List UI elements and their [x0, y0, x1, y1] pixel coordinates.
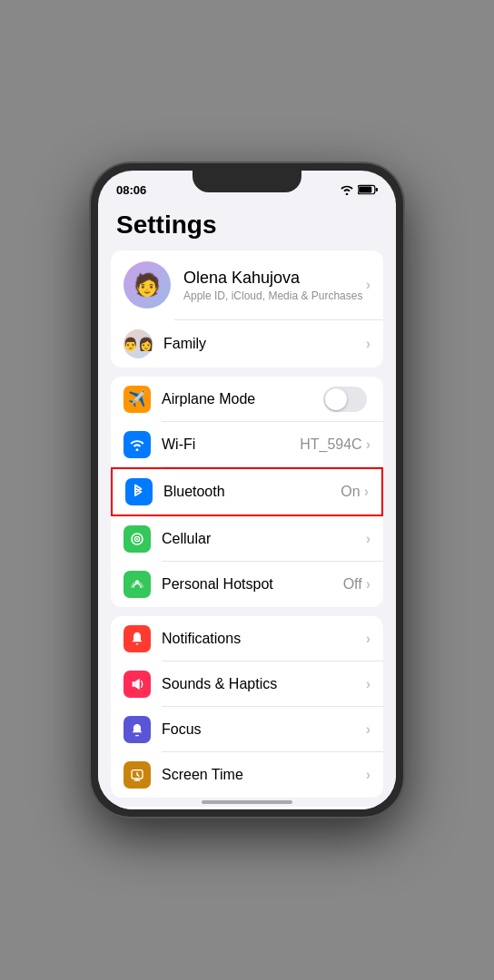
family-row[interactable]: 👨‍👩 Family › — [111, 320, 383, 368]
svg-rect-2 — [376, 188, 378, 191]
status-time: 08:06 — [116, 183, 146, 197]
screentime-row[interactable]: Screen Time › — [111, 752, 383, 798]
bluetooth-value: On — [341, 484, 360, 500]
bluetooth-label: Bluetooth — [163, 484, 341, 500]
wifi-value: HT_594C — [300, 436, 361, 453]
sounds-label: Sounds & Haptics — [162, 676, 366, 692]
bluetooth-highlight: Bluetooth On › — [111, 467, 383, 516]
screentime-chevron: › — [366, 767, 370, 783]
cellular-chevron: › — [366, 531, 370, 547]
profile-name: Olena Kahujova — [183, 269, 366, 288]
home-indicator — [202, 800, 292, 804]
svg-rect-9 — [135, 735, 139, 736]
phone-frame: 08:06 Settings — [91, 163, 403, 817]
hotspot-chevron: › — [366, 576, 370, 593]
profile-card: 🧑 Olena Kahujova Apple ID, iCloud, Media… — [111, 250, 383, 368]
screentime-icon — [124, 761, 151, 789]
notch — [193, 171, 301, 192]
family-icon: 👨‍👩 — [124, 329, 153, 358]
avatar: 🧑 — [124, 261, 171, 309]
notifications-label: Notifications — [162, 631, 366, 647]
notifications-group: Notifications › Sounds & Haptics › — [111, 616, 383, 798]
wifi-icon — [340, 184, 354, 195]
airplane-toggle[interactable] — [323, 387, 367, 412]
family-label: Family — [163, 336, 366, 352]
wifi-row[interactable]: Wi-Fi HT_594C › — [111, 422, 383, 467]
wifi-row-icon — [124, 431, 151, 458]
screen-content: Settings 🧑 Olena Kahujova Apple ID, iClo… — [98, 203, 396, 809]
battery-icon — [358, 184, 378, 195]
screentime-label: Screen Time — [162, 767, 366, 783]
hotspot-label: Personal Hotspot — [162, 576, 343, 593]
bluetooth-row[interactable]: Bluetooth On › — [113, 469, 381, 514]
svg-rect-1 — [359, 186, 371, 192]
hotspot-value: Off — [343, 576, 362, 593]
bluetooth-chevron: › — [364, 484, 369, 500]
wifi-chevron: › — [366, 436, 370, 453]
profile-row[interactable]: 🧑 Olena Kahujova Apple ID, iCloud, Media… — [111, 250, 383, 319]
hotspot-icon — [124, 571, 151, 598]
notifications-row[interactable]: Notifications › — [111, 616, 383, 662]
family-chevron: › — [366, 336, 370, 352]
status-icons — [340, 184, 378, 195]
airplane-icon: ✈️ — [124, 386, 151, 413]
sounds-chevron: › — [366, 676, 370, 692]
general-row[interactable]: General › — [111, 807, 383, 810]
airplane-label: Airplane Mode — [162, 391, 323, 407]
svg-marker-7 — [133, 681, 135, 686]
system-group: General › Control Center › — [111, 807, 383, 810]
cellular-row[interactable]: Cellular › — [111, 516, 383, 562]
focus-label: Focus — [162, 721, 366, 738]
page-title: Settings — [98, 203, 396, 250]
airplane-mode-row[interactable]: ✈️ Airplane Mode — [111, 377, 383, 422]
connectivity-group: ✈️ Airplane Mode Wi-Fi HT_594C — [111, 377, 383, 607]
sounds-row[interactable]: Sounds & Haptics › — [111, 662, 383, 707]
sounds-icon — [124, 671, 151, 698]
focus-icon — [124, 716, 151, 743]
wifi-label: Wi-Fi — [162, 436, 300, 453]
notifications-icon — [124, 625, 151, 652]
profile-info: Olena Kahujova Apple ID, iCloud, Media &… — [183, 269, 366, 302]
cellular-label: Cellular — [162, 531, 366, 547]
cellular-icon — [124, 525, 151, 553]
svg-point-5 — [136, 538, 138, 540]
hotspot-row[interactable]: Personal Hotspot Off › — [111, 562, 383, 607]
bluetooth-icon — [125, 478, 153, 505]
phone-screen: 08:06 Settings — [98, 171, 396, 809]
bluetooth-section: Bluetooth On › — [111, 467, 383, 516]
profile-chevron: › — [366, 277, 370, 293]
svg-marker-8 — [134, 679, 139, 690]
notifications-chevron: › — [366, 631, 370, 647]
focus-row[interactable]: Focus › — [111, 707, 383, 752]
profile-subtitle: Apple ID, iCloud, Media & Purchases — [183, 289, 366, 302]
focus-chevron: › — [366, 721, 370, 738]
